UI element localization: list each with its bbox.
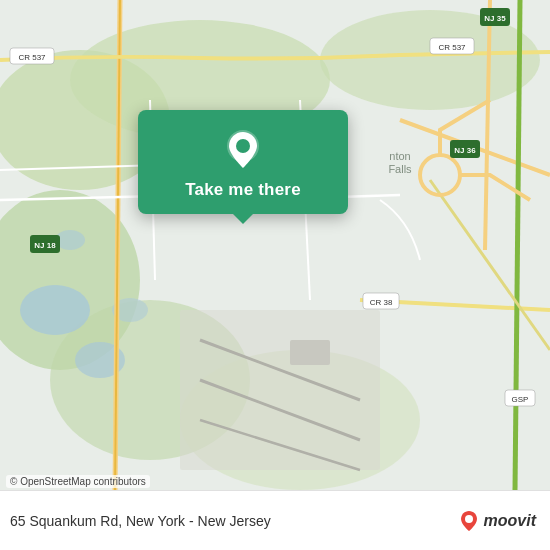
svg-rect-15	[290, 340, 330, 365]
svg-point-35	[465, 515, 473, 523]
moovit-wordmark: moovit	[484, 512, 536, 530]
navigation-popup[interactable]: Take me there	[138, 110, 348, 214]
svg-text:CR 38: CR 38	[370, 298, 393, 307]
address-label: 65 Squankum Rd, New York - New Jersey	[10, 513, 271, 529]
svg-point-7	[20, 285, 90, 335]
svg-text:Falls: Falls	[388, 163, 412, 175]
take-me-there-button[interactable]: Take me there	[185, 180, 301, 200]
svg-text:CR 537: CR 537	[18, 53, 46, 62]
svg-text:nton: nton	[389, 150, 410, 162]
svg-text:NJ 35: NJ 35	[484, 14, 506, 23]
map-attribution: © OpenStreetMap contributors	[6, 475, 150, 488]
map-container[interactable]: CR 537 CR 537 NJ 35 NJ 36 NJ 18 CR 38 GS…	[0, 0, 550, 490]
svg-point-34	[236, 139, 250, 153]
svg-text:NJ 36: NJ 36	[454, 146, 476, 155]
map-background: CR 537 CR 537 NJ 35 NJ 36 NJ 18 CR 38 GS…	[0, 0, 550, 490]
location-pin-icon	[221, 128, 265, 172]
moovit-logo: moovit	[458, 510, 536, 532]
bottom-bar: 65 Squankum Rd, New York - New Jersey mo…	[0, 490, 550, 550]
svg-text:CR 537: CR 537	[438, 43, 466, 52]
moovit-pin-icon	[458, 510, 480, 532]
svg-text:NJ 18: NJ 18	[34, 241, 56, 250]
svg-text:GSP: GSP	[512, 395, 529, 404]
